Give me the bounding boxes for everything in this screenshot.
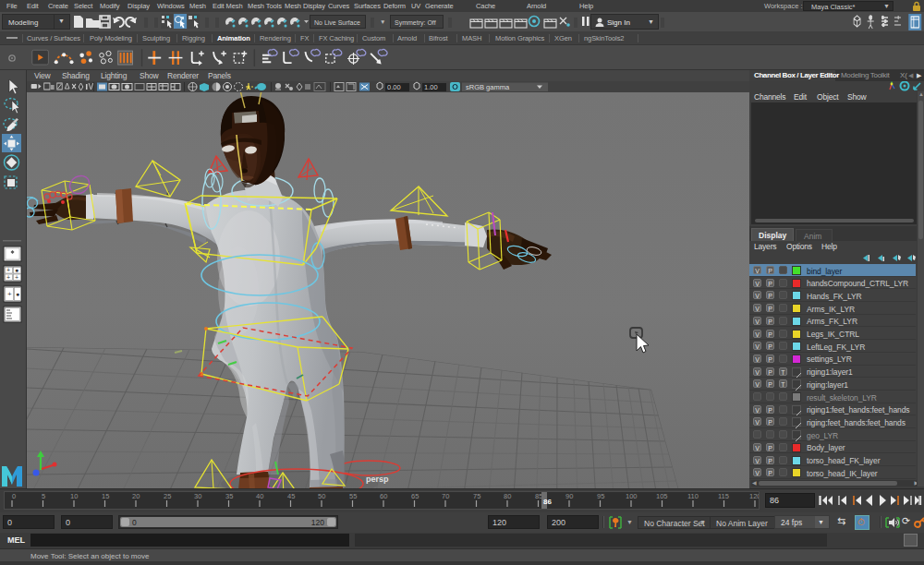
- svg-text:●: ●: [16, 291, 19, 297]
- svg-text:50: 50: [318, 492, 325, 500]
- svg-text:55: 55: [349, 492, 357, 500]
- svg-text:5: 5: [42, 492, 45, 500]
- svg-text:0: 0: [12, 492, 16, 500]
- svg-text:86: 86: [543, 498, 552, 506]
- svg-text:45: 45: [287, 492, 295, 500]
- svg-text:95: 95: [597, 492, 604, 500]
- svg-text:70: 70: [442, 492, 449, 500]
- svg-text:persp: persp: [366, 475, 389, 484]
- svg-text:100: 100: [626, 492, 638, 500]
- svg-text:60: 60: [380, 492, 387, 500]
- svg-text:sRGB gamma: sRGB gamma: [466, 83, 510, 91]
- svg-text:65: 65: [411, 492, 419, 500]
- svg-text:0.00: 0.00: [387, 83, 401, 91]
- svg-text:10: 10: [70, 492, 78, 500]
- svg-text:120: 120: [749, 492, 759, 500]
- svg-text:110: 110: [687, 492, 699, 500]
- svg-text:80: 80: [504, 492, 511, 500]
- svg-text:115: 115: [718, 492, 729, 500]
- svg-text:+: +: [6, 267, 10, 273]
- svg-text:90: 90: [565, 492, 573, 500]
- svg-text:20: 20: [132, 492, 140, 500]
- svg-text:15: 15: [102, 492, 109, 500]
- svg-text:75: 75: [473, 492, 480, 500]
- svg-text:●: ●: [15, 267, 18, 273]
- svg-text:30: 30: [194, 492, 201, 500]
- svg-text:35: 35: [225, 492, 233, 500]
- svg-text:+: +: [6, 274, 10, 281]
- svg-text:25: 25: [164, 492, 171, 500]
- svg-text:40: 40: [256, 492, 263, 500]
- svg-text:+: +: [7, 290, 12, 298]
- svg-text:105: 105: [656, 492, 668, 500]
- svg-text:1.00: 1.00: [424, 83, 438, 91]
- svg-text:+: +: [15, 274, 18, 281]
